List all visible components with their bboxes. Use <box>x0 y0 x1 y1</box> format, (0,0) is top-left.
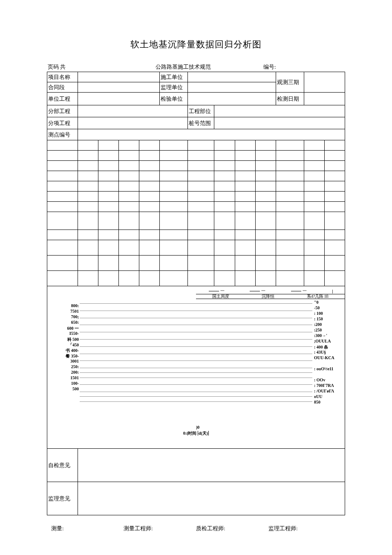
number-label: 编号: <box>259 63 344 71</box>
value-supervise[interactable] <box>78 482 345 515</box>
value-self-check[interactable] <box>78 449 345 482</box>
value-observation-period[interactable] <box>304 72 345 93</box>
chart-cell: 一 一 一 || 国土局度 沉降恒 系4?几阵 Ifl <box>47 286 345 449</box>
chart-left-axis: 800:7501700;650:600 一I550-科 500「450书 400… <box>52 303 79 392</box>
chart-grid <box>80 303 312 423</box>
label-construction-unit: 施工单位 <box>160 72 188 82</box>
label-inspection-unit: 检验单位 <box>160 93 188 105</box>
label-self-check: 自检意见 <box>47 449 78 482</box>
chart-x-label: 0:(时间 d(天) <box>47 430 345 436</box>
value-sub-project[interactable] <box>78 117 188 129</box>
footer-signatures: 测量: 测量工程师: 质检工程师: 监理工程师: <box>47 525 345 532</box>
value-project-part[interactable] <box>214 105 345 117</box>
chart-right-axis: "0-50: 100: 150:200:250:300→';OUULA: 400… <box>314 300 344 405</box>
label-supervision-unit: 监理单位 <box>160 82 188 93</box>
value-inspection-unit[interactable] <box>188 93 276 105</box>
label-project-name: 项目名称 <box>47 72 78 82</box>
value-division-project[interactable] <box>78 105 188 117</box>
label-division-project: 分部工程 <box>47 105 78 117</box>
sig-quality-engineer: 质检工程师: <box>196 525 268 532</box>
info-table: 项目名称 施工单位 观测三期 合同段 监理单位 单位工程 检验单位 检测日期 分… <box>47 72 345 515</box>
sig-survey: 测量: <box>51 525 124 532</box>
value-project-name[interactable] <box>78 72 160 82</box>
value-construction-unit[interactable] <box>188 72 276 82</box>
label-inspection-date: 检测日期 <box>276 93 304 105</box>
label-pile-range: 桩号范围 <box>188 117 214 129</box>
label-contract-section: 合同段 <box>47 82 78 93</box>
header-line: 页码 共 公路路基施工技术规范 编号: <box>47 63 345 71</box>
sig-survey-engineer: 测量工程师: <box>124 525 196 532</box>
sig-supervise-engineer: 监理工程师: <box>268 525 341 532</box>
chart-legend-top: 一 一 一 || <box>196 288 345 294</box>
value-pile-range[interactable] <box>214 117 345 129</box>
label-unit-project: 单位工程 <box>47 93 78 105</box>
value-unit-project[interactable] <box>78 93 160 105</box>
label-project-part: 工程部位 <box>188 105 214 117</box>
document-title: 软土地基沉降量数据回归分析图 <box>47 38 345 50</box>
chart-area: 一 一 一 || 国土局度 沉降恒 系4?几阵 Ifl <box>47 286 345 448</box>
value-point-number[interactable] <box>78 129 345 140</box>
chart-x-zero: )0 <box>196 425 199 430</box>
value-supervision-unit[interactable] <box>188 82 276 93</box>
spec-label: 公路路基施工技术规范 <box>82 63 259 71</box>
chart-legend-bottom: 国土局度 沉降恒 系4?几阵 Ifl <box>196 294 345 299</box>
value-inspection-date[interactable] <box>304 93 345 105</box>
label-observation-period: 观测三期 <box>276 72 304 93</box>
label-point-number: 测点编号 <box>47 129 78 140</box>
page-label: 页码 共 <box>48 63 82 71</box>
label-sub-project: 分项工程 <box>47 117 78 129</box>
label-supervise: 监理意见 <box>47 482 78 515</box>
value-contract-section[interactable] <box>78 82 160 93</box>
